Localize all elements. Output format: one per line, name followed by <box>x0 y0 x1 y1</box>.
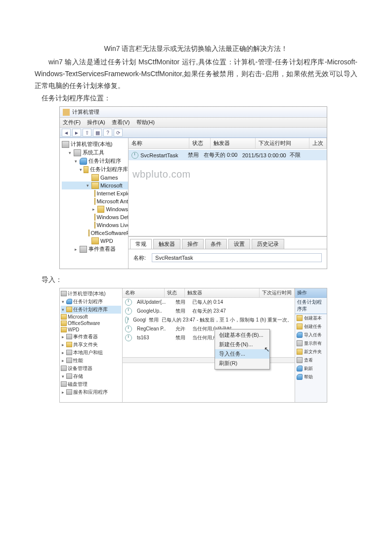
toolbar: ◄ ► ⇧ ▦ ? ⟳ <box>60 128 327 138</box>
name-label: 名称: <box>133 254 146 262</box>
ctx-refresh[interactable]: 刷新(R) <box>215 359 269 368</box>
menu-help[interactable]: 帮助(H) <box>136 119 155 125</box>
actions-header: 操作 <box>295 288 327 298</box>
doc-para2: 任务计划程序库位置： <box>35 92 357 104</box>
t2-sched[interactable]: ▾任务计划程序 <box>61 298 121 306</box>
task-next: 2011/5/13 0:00:00 <box>242 152 290 158</box>
col2-status[interactable]: 状态 <box>165 288 185 297</box>
task2-row[interactable]: GoogleUp..禁用已每人的 23:47 - 触发后，至 1 小，限制每 1… <box>123 316 295 324</box>
app-icon <box>63 109 70 116</box>
tree-panel: 计算机管理(本地) ▾系统工具 ▾任务计划程序 ▾任务计划程序库 Games ▾… <box>60 138 129 269</box>
tool-up[interactable]: ⇧ <box>83 129 91 137</box>
col-trigger[interactable]: 触发器 <box>211 138 256 148</box>
t2-lib[interactable]: ▾任务计划程序库 <box>61 306 121 314</box>
tab-conditions[interactable]: 条件 <box>205 239 227 249</box>
tool-props[interactable]: ▦ <box>93 129 102 137</box>
tool-back[interactable]: ◄ <box>62 129 71 137</box>
clock-icon <box>131 152 138 159</box>
tree-panel-2: 计算机管理(本地) ▾任务计划程序 ▾任务计划程序库 Microsoft Off… <box>60 288 123 402</box>
col-next[interactable]: 下次运行时间 <box>256 138 309 148</box>
tree-defender[interactable]: Windows Defender <box>62 213 128 221</box>
tree-root[interactable]: 计算机管理(本地) <box>62 140 128 148</box>
task2-row[interactable]: GoogleUp..禁用在每天的 23:47 <box>123 307 295 316</box>
task2-row[interactable]: AliUpdater{...禁用已每人的 0:14 <box>123 298 295 307</box>
clock-icon <box>125 317 128 324</box>
task-list-panel: 名称 状态 触发器 下次运行时间 上次 SvcRestartTask 禁用 在每… <box>129 138 327 236</box>
tree-antimalware[interactable]: Microsoft Antimalz <box>62 197 128 205</box>
action-item[interactable]: 刷新 <box>295 365 327 373</box>
task-name: SvcRestartTask <box>140 152 188 158</box>
ctx-create[interactable]: 新建任务(N)... <box>215 340 269 349</box>
col2-next[interactable]: 下次运行时间 <box>260 288 295 297</box>
tree-ie[interactable]: Internet Explorer <box>62 189 128 197</box>
action-item[interactable]: 显示所有 <box>295 339 327 348</box>
task-row[interactable]: SvcRestartTask 禁用 在每天的 0:00 2011/5/13 0:… <box>129 150 327 160</box>
t2-ms[interactable]: Microsoft <box>61 314 121 320</box>
t2-osw[interactable]: OfficeSoftware <box>61 320 121 326</box>
menu-file[interactable]: 文件(F) <box>63 119 81 125</box>
t2-stg[interactable]: ▾存储 <box>61 372 121 380</box>
tree-live[interactable]: Windows Live <box>62 221 128 229</box>
tree-games[interactable]: Games <box>62 174 128 182</box>
action-item[interactable]: 查看 <box>295 356 327 365</box>
tab-actions[interactable]: 操作 <box>182 239 204 249</box>
action-item[interactable]: 创建基本 <box>295 314 327 323</box>
cursor-icon: ↖ <box>264 345 270 353</box>
screenshot-import: 计算机管理(本地) ▾任务计划程序 ▾任务计划程序库 Microsoft Off… <box>59 288 327 403</box>
col-last[interactable]: 上次 <box>309 138 327 148</box>
t2-ev[interactable]: ▸事件查看器 <box>61 333 121 341</box>
tree-windows[interactable]: ▸Windows <box>62 205 128 213</box>
col2-trigger[interactable]: 触发器 <box>185 288 260 297</box>
tabs: 常规 触发器 操作 条件 设置 历史记录 <box>129 237 327 249</box>
tab-settings[interactable]: 设置 <box>228 239 250 249</box>
menu-view[interactable]: 查看(V) <box>112 119 130 125</box>
action-item[interactable]: 创建任务 <box>295 323 327 331</box>
tree-eventviewer[interactable]: ▸事件查看器 <box>62 245 128 253</box>
actions-sub: 任务计划程序库 <box>295 298 327 314</box>
t2-root[interactable]: 计算机管理(本地) <box>61 290 121 298</box>
task-status: 禁用 <box>188 151 204 159</box>
task-detail-panel: 常规 触发器 操作 条件 设置 历史记录 名称: SvcRestartTask <box>129 236 327 269</box>
tree-systools[interactable]: ▾系统工具 <box>62 148 128 157</box>
tree-wpd[interactable]: WPD <box>62 237 128 245</box>
doc-para1: win7 输入法是通过任务计划 MsCtfMonitor 运行,具体位置：计算机… <box>35 56 357 92</box>
col-status[interactable]: 状态 <box>189 138 211 148</box>
menu-action[interactable]: 操作(A) <box>87 119 105 125</box>
tab-triggers[interactable]: 触发器 <box>153 239 180 249</box>
tree-scheduler[interactable]: ▾任务计划程序 <box>62 157 128 165</box>
doc-title: Win7 语言栏无法显示或无法切换输入法最正确的解决方法！ <box>35 45 357 53</box>
action-item[interactable]: 帮助 <box>295 373 327 381</box>
doc-para3: 导入： <box>35 274 357 286</box>
t2-dm[interactable]: 磁盘管理 <box>61 380 121 388</box>
task-list-header: 名称 状态 触发器 下次运行时间 上次 <box>129 138 327 149</box>
col2-name[interactable]: 名称 <box>123 288 165 297</box>
clock-icon <box>125 308 132 315</box>
menu-bar: 文件(F) 操作(A) 查看(V) 帮助(H) <box>60 118 327 128</box>
t2-wpd[interactable]: WPD <box>61 326 121 333</box>
t2-sf[interactable]: ▸共享文件夹 <box>61 341 121 349</box>
clock-icon <box>125 334 132 341</box>
actions-panel: 操作 任务计划程序库 创建基本 创建任务 导入任务 显示所有 新文件夹 查看 刷… <box>295 288 327 402</box>
tab-history[interactable]: 历史记录 <box>252 239 284 249</box>
tree-library[interactable]: ▾任务计划程序库 <box>62 165 128 174</box>
task-last: 不限 <box>290 151 301 159</box>
tree-microsoft[interactable]: ▾Microsoft <box>62 182 128 189</box>
t2-svc[interactable]: ▸服务和应用程序 <box>61 388 121 396</box>
tab-general[interactable]: 常规 <box>130 239 152 249</box>
tool-fwd[interactable]: ► <box>72 129 81 137</box>
clock-icon <box>125 299 132 306</box>
t2-dev[interactable]: 设备管理器 <box>61 365 121 372</box>
watermark: wbpluto.com <box>132 169 191 180</box>
tool-help[interactable]: ? <box>103 129 112 137</box>
ctx-create-basic[interactable]: 创建基本任务(B)... <box>215 330 269 340</box>
screenshot-computer-management: 计算机管理 文件(F) 操作(A) 查看(V) 帮助(H) ◄ ► ⇧ ▦ ? … <box>59 106 327 269</box>
tree-osp[interactable]: OfficeSoftwareProtect <box>62 229 128 237</box>
tool-refresh[interactable]: ⟳ <box>114 129 123 137</box>
action-item[interactable]: 新文件夹 <box>295 348 327 356</box>
t2-lu[interactable]: ▸本地用户和组 <box>61 349 121 357</box>
name-field[interactable]: SvcRestartTask <box>152 253 322 262</box>
t2-perf[interactable]: ▸性能 <box>61 357 121 365</box>
action-item[interactable]: 导入任务 <box>295 331 327 339</box>
col-name[interactable]: 名称 <box>129 138 189 148</box>
ctx-import[interactable]: 导入任务... <box>215 349 269 359</box>
